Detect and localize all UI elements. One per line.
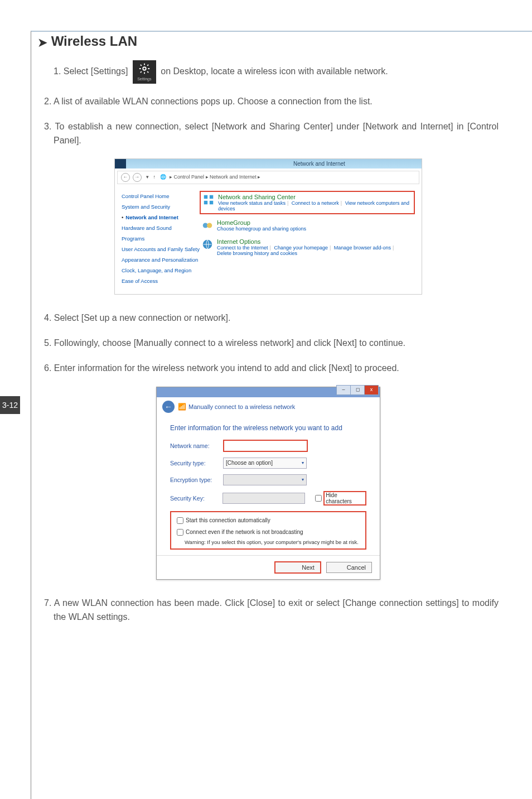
close-button[interactable]: x bbox=[364, 385, 379, 395]
settings-tile-icon: Settings bbox=[133, 60, 156, 84]
maximize-button[interactable]: ◻ bbox=[350, 385, 365, 395]
page-number: 3-12 bbox=[0, 396, 20, 414]
dialog-titlebar: – ◻ x bbox=[157, 387, 380, 397]
svg-point-0 bbox=[143, 67, 146, 70]
minimize-button[interactable]: – bbox=[336, 385, 351, 395]
